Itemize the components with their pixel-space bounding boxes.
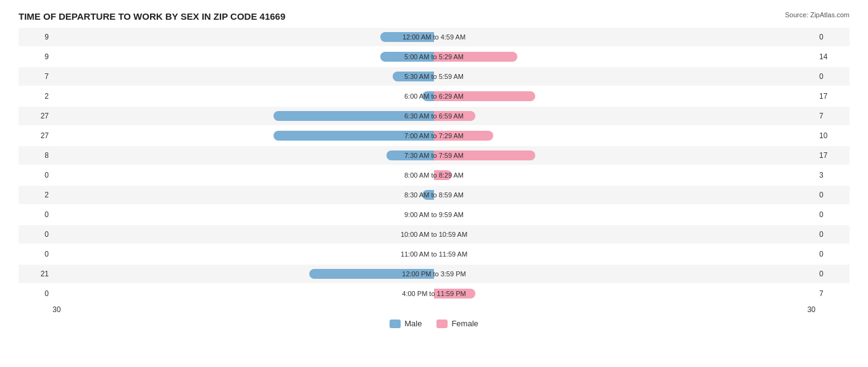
legend: Male Female: [19, 319, 849, 328]
legend-female-label: Female: [451, 319, 478, 328]
bars-area: 6:30 AM to 6:59 AM: [52, 107, 816, 125]
female-value: 14: [816, 52, 849, 61]
table-row: 2 8:30 AM to 8:59 AM 0: [19, 186, 849, 204]
chart-title: TIME OF DEPARTURE TO WORK BY SEX IN ZIP …: [19, 11, 849, 22]
axis-labels: 30 30: [19, 305, 849, 314]
female-value: 0: [816, 191, 849, 199]
table-row: 21 12:00 PM to 3:59 PM 0: [19, 265, 849, 283]
table-row: 0 8:00 AM to 8:29 AM 3: [19, 166, 849, 184]
male-value: 2: [19, 92, 52, 101]
table-row: 8 7:30 AM to 7:59 AM 17: [19, 146, 849, 165]
table-row: 9 12:00 AM to 4:59 AM 0: [19, 28, 849, 46]
time-label: 8:30 AM to 8:59 AM: [404, 191, 464, 199]
table-row: 7 5:30 AM to 5:59 AM 0: [19, 67, 849, 86]
female-value: 17: [816, 92, 849, 101]
source-label: Source: ZipAtlas.com: [785, 11, 849, 19]
female-value: 0: [816, 72, 849, 81]
time-label: 5:00 AM to 5:29 AM: [404, 53, 464, 60]
bars-area: 10:00 AM to 10:59 AM: [52, 225, 816, 244]
chart-area: 9 12:00 AM to 4:59 AM 0 9 5:00 AM to 5:2…: [19, 28, 849, 303]
male-value: 7: [19, 72, 52, 81]
time-label: 7:30 AM to 7:59 AM: [404, 152, 464, 159]
time-label: 8:00 AM to 8:29 AM: [404, 171, 464, 179]
male-value: 0: [19, 250, 52, 258]
table-row: 0 4:00 PM to 11:59 PM 7: [19, 284, 849, 303]
female-value: 0: [816, 33, 849, 41]
female-value: 3: [816, 171, 849, 179]
male-value: 8: [19, 151, 52, 160]
bars-area: 8:00 AM to 8:29 AM: [52, 166, 816, 184]
bars-area: 4:00 PM to 11:59 PM: [52, 284, 816, 303]
axis-left: 30: [52, 305, 61, 314]
time-label: 9:00 AM to 9:59 AM: [404, 211, 464, 218]
time-label: 11:00 AM to 11:59 AM: [401, 250, 467, 258]
time-label: 10:00 AM to 10:59 AM: [401, 231, 467, 238]
male-value: 9: [19, 33, 52, 41]
table-row: 0 10:00 AM to 10:59 AM 0: [19, 225, 849, 244]
bars-area: 8:30 AM to 8:59 AM: [52, 186, 816, 204]
bars-area: 9:00 AM to 9:59 AM: [52, 205, 816, 224]
male-value: 9: [19, 52, 52, 61]
male-value: 27: [19, 112, 52, 120]
male-value: 0: [19, 230, 52, 239]
female-value: 0: [816, 230, 849, 239]
bars-area: 7:00 AM to 7:29 AM: [52, 126, 816, 145]
time-label: 5:30 AM to 5:59 AM: [404, 73, 464, 80]
female-value: 7: [816, 289, 849, 298]
bars-area: 12:00 PM to 3:59 PM: [52, 265, 816, 283]
female-value: 0: [816, 210, 849, 219]
bars-area: 6:00 AM to 6:29 AM: [52, 87, 816, 105]
female-value: 0: [816, 270, 849, 278]
time-label: 7:00 AM to 7:29 AM: [404, 132, 464, 139]
time-label: 4:00 PM to 11:59 PM: [402, 290, 465, 297]
time-label: 12:00 AM to 4:59 AM: [403, 33, 465, 41]
time-label: 12:00 PM to 3:59 PM: [402, 270, 465, 278]
table-row: 2 6:00 AM to 6:29 AM 17: [19, 87, 849, 105]
axis-right: 30: [807, 305, 816, 314]
legend-male: Male: [390, 319, 422, 328]
time-label: 6:00 AM to 6:29 AM: [404, 93, 464, 100]
female-value: 0: [816, 250, 849, 258]
male-value: 2: [19, 191, 52, 199]
table-row: 27 7:00 AM to 7:29 AM 10: [19, 126, 849, 145]
chart-container: TIME OF DEPARTURE TO WORK BY SEX IN ZIP …: [0, 0, 868, 367]
male-value: 0: [19, 210, 52, 219]
male-value: 0: [19, 289, 52, 298]
table-row: 0 11:00 AM to 11:59 AM 0: [19, 245, 849, 263]
bars-area: 12:00 AM to 4:59 AM: [52, 28, 816, 46]
bars-area: 5:30 AM to 5:59 AM: [52, 67, 816, 86]
legend-female-box: [436, 320, 448, 328]
male-value: 0: [19, 171, 52, 179]
female-value: 7: [816, 112, 849, 120]
table-row: 27 6:30 AM to 6:59 AM 7: [19, 107, 849, 125]
male-value: 27: [19, 131, 52, 140]
bars-area: 7:30 AM to 7:59 AM: [52, 146, 816, 165]
legend-male-box: [390, 320, 401, 328]
legend-female: Female: [436, 319, 478, 328]
legend-male-label: Male: [404, 319, 422, 328]
time-label: 6:30 AM to 6:59 AM: [404, 112, 464, 120]
male-value: 21: [19, 270, 52, 278]
bars-area: 5:00 AM to 5:29 AM: [52, 47, 816, 66]
female-value: 17: [816, 151, 849, 160]
table-row: 9 5:00 AM to 5:29 AM 14: [19, 47, 849, 66]
bars-area: 11:00 AM to 11:59 AM: [52, 245, 816, 263]
female-value: 10: [816, 131, 849, 140]
table-row: 0 9:00 AM to 9:59 AM 0: [19, 205, 849, 224]
